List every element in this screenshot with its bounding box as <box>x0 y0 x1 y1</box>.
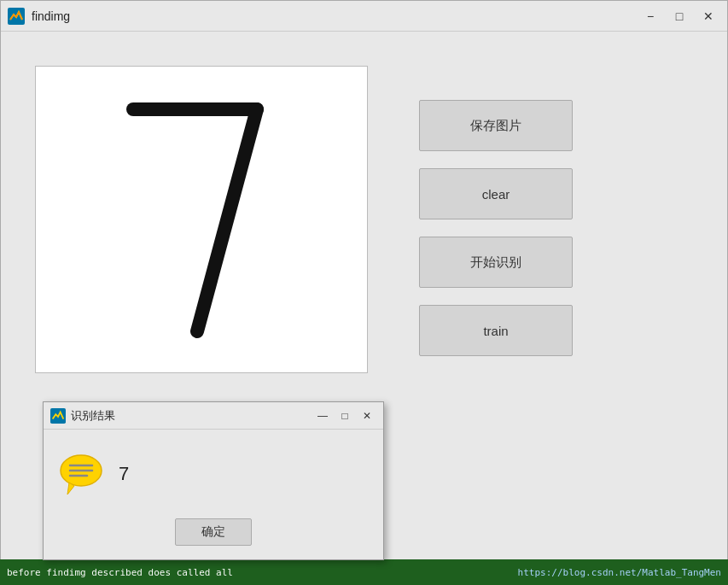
save-image-button[interactable]: 保存图片 <box>419 100 573 151</box>
dialog-icon <box>57 450 105 498</box>
dialog-matlab-icon <box>50 408 66 424</box>
clear-button[interactable]: clear <box>419 168 573 219</box>
minimize-button[interactable]: − <box>638 7 662 26</box>
content-area: 保存图片 clear 开始识别 train <box>1 32 727 390</box>
start-recognition-button[interactable]: 开始识别 <box>419 237 573 288</box>
maximize-button[interactable]: □ <box>667 7 691 26</box>
dialog-maximize-button[interactable]: □ <box>335 408 354 424</box>
terminal-text: before findimg described does called all <box>7 567 511 578</box>
buttons-area: 保存图片 clear 开始识别 train <box>419 66 573 373</box>
drawing-canvas[interactable] <box>35 66 368 373</box>
main-title-bar: findimg − □ ✕ <box>1 1 727 32</box>
terminal-link: https://blog.csdn.net/Matlab_TangMen <box>518 567 721 578</box>
dialog-title-left: 识别结果 <box>50 408 115 424</box>
matlab-icon <box>8 8 25 25</box>
title-bar-controls: − □ ✕ <box>638 7 720 26</box>
dialog-footer: 确定 <box>44 512 383 559</box>
dialog-close-button[interactable]: ✕ <box>358 408 376 424</box>
train-button[interactable]: train <box>419 305 573 356</box>
dialog-title-bar: 识别结果 — □ ✕ <box>44 402 383 430</box>
dialog-title-text: 识别结果 <box>71 408 115 424</box>
dialog-controls: — □ ✕ <box>313 408 376 424</box>
recognition-dialog: 识别结果 — □ ✕ 7 确定 <box>43 401 384 560</box>
window-title: findimg <box>32 9 70 23</box>
dialog-message: 7 <box>119 463 129 485</box>
dialog-minimize-button[interactable]: — <box>313 408 332 424</box>
dialog-content: 7 <box>44 430 383 512</box>
close-button[interactable]: ✕ <box>696 7 720 26</box>
confirm-button[interactable]: 确定 <box>175 518 252 546</box>
terminal-bar: before findimg described does called all… <box>0 559 728 585</box>
drawn-number-svg <box>116 84 287 348</box>
title-bar-left: findimg <box>8 8 70 25</box>
